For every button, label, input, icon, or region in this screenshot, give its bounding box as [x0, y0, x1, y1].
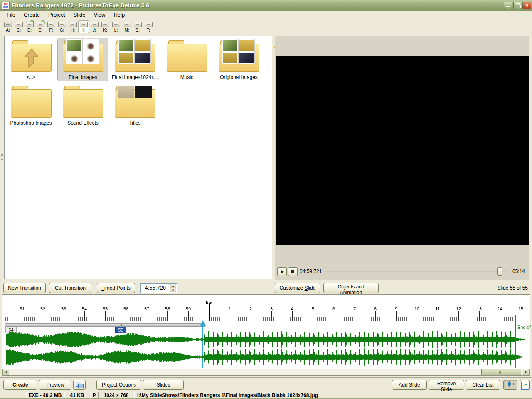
- title-bar: PIC EXE Flinders Rangers 1972 - Pictures…: [0, 0, 532, 11]
- drive-button[interactable]: M:: [121, 20, 132, 33]
- stop-button[interactable]: [288, 267, 298, 276]
- clear-list-button[interactable]: Clear List: [466, 380, 500, 390]
- create-button[interactable]: Create: [3, 380, 37, 390]
- playback-slider-track[interactable]: [325, 271, 507, 272]
- play-icon: [281, 270, 284, 274]
- folder-item[interactable]: Music: [161, 38, 212, 81]
- folder-label: Final Images: [58, 74, 108, 80]
- quick-preview-button[interactable]: [73, 380, 86, 390]
- toolbar: A: C: D:: [0, 19, 532, 35]
- drive-button[interactable]: I:: [78, 20, 89, 33]
- drive-button[interactable]: F:: [46, 20, 57, 33]
- folder-item[interactable]: Final Images1024x...: [109, 38, 160, 81]
- transition-time-value[interactable]: 4:55.720: [141, 285, 170, 291]
- folder-item[interactable]: Origional Images: [213, 38, 264, 81]
- drive-icon: [145, 22, 152, 27]
- ruler-tick-label: 9: [395, 306, 397, 312]
- folder-icon: [114, 39, 156, 74]
- ruler-tick-label: 55: [103, 306, 108, 312]
- file-browser-panel: <..>: [4, 36, 272, 279]
- new-transition-button[interactable]: New Transition: [3, 283, 46, 293]
- app-icon: PIC EXE: [2, 2, 10, 10]
- preview-button[interactable]: Preview: [39, 380, 71, 390]
- drive-button[interactable]: H:: [67, 20, 78, 33]
- ruler-tick-label: 10: [414, 306, 419, 312]
- menu-item[interactable]: Help: [109, 11, 129, 19]
- menu-bar: FileCreateProjectSlideViewHelp: [0, 11, 532, 19]
- menu-item[interactable]: View: [89, 11, 109, 19]
- scroll-right-arrow-icon[interactable]: ▶: [523, 369, 530, 375]
- window-title: Flinders Rangers 1972 - PicturesToExe De…: [12, 0, 149, 11]
- minimize-button[interactable]: [504, 2, 512, 9]
- ruler-tick-label: 6: [332, 306, 335, 312]
- status-resolution: 1024 x 768: [98, 392, 134, 398]
- menu-item[interactable]: Project: [44, 11, 69, 19]
- restore-button[interactable]: [513, 2, 522, 9]
- folder-item[interactable]: Photoshop Images: [5, 84, 57, 127]
- menu-item[interactable]: Slide: [69, 11, 90, 19]
- project-options-button[interactable]: Project Options: [96, 380, 141, 390]
- add-slide-button[interactable]: Add Slide: [392, 380, 427, 390]
- splitter-grip-icon: [1, 153, 3, 162]
- application-window: PIC EXE Flinders Rangers 1972 - Pictures…: [0, 0, 532, 399]
- drive-icon: [69, 22, 76, 27]
- folder-item[interactable]: Titles: [109, 84, 160, 127]
- cut-transition-button[interactable]: Cut Transition: [49, 283, 91, 293]
- preview-screen: [276, 56, 529, 245]
- timed-points-button[interactable]: Timed Points: [97, 283, 135, 293]
- drive-button[interactable]: L:: [111, 20, 121, 33]
- folder-label: Final Images1024x...: [110, 74, 160, 80]
- folder-item[interactable]: Final Images: [57, 38, 108, 81]
- folder-thumbnails: [117, 86, 152, 98]
- ruler-tick-label: 52: [40, 306, 45, 312]
- drive-button[interactable]: S:: [132, 20, 143, 33]
- drive-button[interactable]: D:: [24, 20, 35, 33]
- folder-label: Titles: [110, 120, 160, 126]
- thumbnail: [239, 39, 254, 52]
- thumbnail: [66, 39, 82, 52]
- thumbnail: [66, 52, 82, 64]
- ruler-tick-label: 53: [61, 306, 66, 312]
- close-button[interactable]: ×: [522, 2, 531, 9]
- drive-button[interactable]: C:: [13, 20, 24, 33]
- drive-button[interactable]: K:: [100, 20, 111, 33]
- menu-item[interactable]: File: [2, 11, 20, 19]
- customize-slide-button[interactable]: Customize Slide: [275, 283, 320, 293]
- scroll-left-arrow-icon[interactable]: ◀: [2, 369, 9, 375]
- scrollbar-thumb[interactable]: [481, 369, 521, 375]
- folder-item[interactable]: Sound Effects: [57, 84, 108, 127]
- waveform-toggle-button[interactable]: [503, 380, 517, 390]
- folder-icon: [166, 39, 208, 74]
- timeline-scrollbar[interactable]: ◀ ▶: [2, 369, 530, 375]
- ruler-tick-label: 8: [374, 306, 377, 312]
- status-file-path: I:\My SlideShows\Flinders Rangers 1\Fina…: [134, 392, 532, 398]
- remove-slide-button[interactable]: Remove Slide: [429, 380, 464, 390]
- panel-splitter[interactable]: [0, 36, 4, 279]
- audio-waveform: [4, 329, 528, 367]
- drive-button[interactable]: A:: [2, 20, 13, 33]
- play-button[interactable]: [277, 267, 287, 276]
- folder-icon: [62, 85, 104, 119]
- drive-button[interactable]: J:: [89, 20, 100, 33]
- ruler-tick-label: 4: [291, 306, 293, 312]
- spinner-up-button[interactable]: ▲: [170, 284, 176, 288]
- folder-label: Music: [162, 74, 212, 80]
- status-bar: EXE - 40.2 MB 41 KB P 1024 x 768 I:\My S…: [0, 392, 532, 398]
- drive-button[interactable]: E:: [35, 20, 46, 33]
- expand-timeline-button[interactable]: ↗: [520, 380, 530, 390]
- spinner-down-button[interactable]: ▼: [170, 288, 176, 292]
- status-file-size: 41 KB: [64, 392, 90, 398]
- drive-button[interactable]: T:: [143, 20, 154, 33]
- elapsed-time: 04:59.721: [300, 268, 322, 274]
- folder-label: Photoshop Images: [6, 120, 56, 126]
- slide-duration-bar[interactable]: [5, 323, 205, 327]
- drive-button[interactable]: G:: [57, 20, 67, 33]
- objects-and-animation-button[interactable]: Objects and Animation: [323, 283, 379, 293]
- menu-item[interactable]: Create: [20, 11, 44, 19]
- slides-button[interactable]: Slides: [143, 380, 184, 390]
- thumbnail: [118, 39, 134, 52]
- playback-slider-thumb[interactable]: [497, 267, 502, 276]
- thumbnail: [135, 39, 150, 52]
- thumbnail: [135, 86, 152, 98]
- folder-item[interactable]: <..>: [5, 38, 57, 81]
